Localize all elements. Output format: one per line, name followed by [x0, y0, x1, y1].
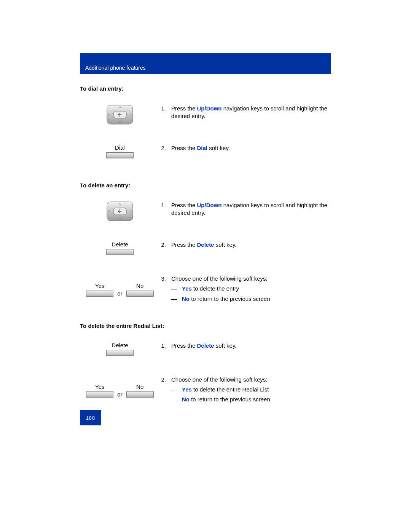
soft-key-icon: [126, 291, 154, 297]
step-text: 2. Press the Delete soft key.: [160, 241, 331, 249]
step-row: 1. Press the Up/Down navigation keys to …: [80, 105, 331, 125]
section-heading-delete-list: To delete the entire Redial List:: [80, 323, 331, 329]
step-text: 1. Press the Up/Down navigation keys to …: [160, 105, 331, 120]
keyword-no: No: [182, 296, 190, 302]
keyword-no: No: [182, 396, 190, 403]
soft-key-icon: [126, 391, 154, 398]
step-row: 1. Press the Up/Down navigation keys to …: [80, 201, 331, 221]
nav-pad-icon: [107, 201, 133, 221]
navigation-pad-icon: [107, 201, 133, 221]
document-page: Additional phone features To dial an ent…: [0, 0, 411, 532]
soft-key-dial: Dial: [106, 144, 134, 158]
step-row: Delete 1. Press the Delete soft key.: [80, 342, 331, 356]
keyword-delete: Delete: [197, 342, 214, 349]
section-heading-dial: To dial an entry:: [80, 85, 331, 92]
keyword-delete: Delete: [197, 241, 214, 248]
step-row: Dial 2. Press the Dial soft key.: [80, 144, 331, 158]
soft-key-icon: [86, 391, 113, 398]
step-text: 2. Choose one of the following soft keys…: [160, 376, 331, 404]
yes-no-keys: Yes or No: [86, 383, 153, 398]
yes-no-keys: Yes or No: [86, 283, 153, 297]
soft-key-delete: Delete: [106, 342, 134, 356]
keyword-yes: Yes: [182, 386, 192, 393]
keyword-updown: Up/Down: [197, 105, 222, 112]
soft-key-icon: [106, 350, 134, 356]
page-header: Additional phone features: [80, 53, 331, 74]
soft-key-icon: [106, 152, 134, 158]
step-row: Delete 2. Press the Delete soft key.: [80, 241, 331, 255]
page-number: 188: [80, 410, 101, 425]
step-text: 1. Press the Delete soft key.: [160, 342, 331, 350]
soft-key-delete: Delete: [106, 241, 134, 255]
nav-pad-icon: [107, 105, 133, 125]
step-row: Yes or No 2. Choose one of the following…: [80, 376, 331, 404]
page-header-title: Additional phone features: [85, 65, 146, 71]
navigation-pad-icon: [107, 105, 133, 125]
section-heading-delete-entry: To delete an entry:: [80, 182, 331, 189]
step-text: 1. Press the Up/Down navigation keys to …: [160, 201, 331, 217]
step-text: 2. Press the Dial soft key.: [160, 144, 331, 152]
keyword-updown: Up/Down: [197, 202, 222, 208]
step-row: Yes or No 3. Choose one of the following…: [80, 275, 331, 303]
soft-key-icon: [106, 249, 134, 255]
soft-key-icon: [86, 291, 113, 297]
keyword-dial: Dial: [197, 145, 208, 151]
keyword-yes: Yes: [182, 285, 192, 292]
step-text: 3. Choose one of the following soft keys…: [160, 275, 331, 303]
